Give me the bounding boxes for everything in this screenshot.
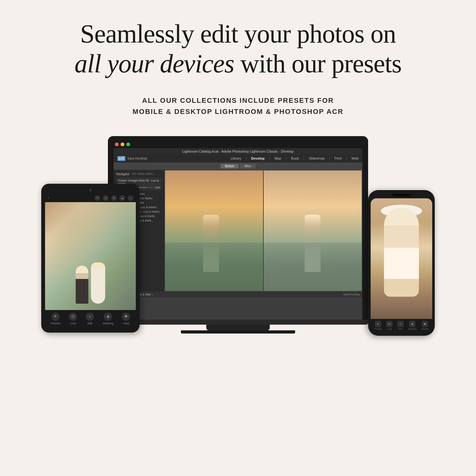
tablet-icons: ☀ ◎ ⊕ ☁ … bbox=[95, 195, 133, 201]
lr-amount-value: 100 bbox=[155, 186, 160, 189]
tablet-edit-label: Edit bbox=[88, 322, 93, 325]
laptop-title-bar: Lightroom Catalog.lrcat - Adobe Photosho… bbox=[114, 148, 362, 155]
phone-crop-label: Crop bbox=[387, 328, 392, 330]
tablet-masking-label: Masking bbox=[103, 322, 114, 325]
tablet-groom bbox=[76, 266, 89, 304]
tablet-tool-crop[interactable]: ⊡ Crop bbox=[69, 313, 77, 325]
lr-header: LrC Sara Houlihan Library | Develop | Ma… bbox=[114, 155, 362, 162]
phone-subject bbox=[384, 208, 419, 297]
lr-navigator-sizes: FIT 100% 200% ↕ bbox=[132, 172, 155, 175]
tablet-heal-label: Heal bbox=[123, 322, 129, 325]
phone-tool-presets[interactable]: ☀ Presets bbox=[374, 321, 382, 330]
lr-photo-bg-before bbox=[165, 170, 263, 291]
phone-tool-crop[interactable]: ⊡ Crop bbox=[386, 321, 393, 330]
phone-body: ☀ Presets ⊡ Crop ≡ Edit ◈ Masking bbox=[368, 190, 435, 336]
phone: ☀ Presets ⊡ Crop ≡ Edit ◈ Masking bbox=[368, 190, 435, 336]
headline-italic: all your devices bbox=[75, 49, 234, 78]
phone-bottom-toolbar: ☀ Presets ⊡ Crop ≡ Edit ◈ Masking bbox=[371, 319, 432, 332]
lr-navigator-label: Navigator bbox=[116, 172, 130, 176]
phone-masking-icon: ◈ bbox=[409, 321, 415, 327]
tablet-masking-icon: ◈ bbox=[104, 313, 112, 321]
phone-notch bbox=[392, 194, 411, 196]
tablet-tool-edit[interactable]: ≡ Edit bbox=[86, 313, 94, 325]
phone-tool-edit[interactable]: ≡ Edit bbox=[397, 321, 404, 330]
tablet-bottom-toolbar: ☀ Presets ⊡ Crop ≡ Edit ◈ Masking bbox=[45, 310, 136, 327]
tablet-crop-label: Crop bbox=[70, 322, 76, 325]
lr-nav-develop[interactable]: Develop bbox=[251, 156, 265, 160]
headline-normal: with our presets bbox=[234, 49, 401, 78]
subheadline-line2: MOBILE & DESKTOP LIGHTROOM & PHOTOSHOP A… bbox=[133, 106, 344, 117]
tablet-top-bar: ‹ ☀ ◎ ⊕ ☁ … bbox=[45, 194, 136, 202]
tablet-body: ‹ ☀ ◎ ⊕ ☁ … bbox=[41, 184, 140, 333]
lr-nav-book[interactable]: Book bbox=[291, 156, 299, 160]
phone-masking-label: Masking bbox=[408, 328, 416, 330]
lr-nav-library[interactable]: Library bbox=[231, 156, 241, 160]
devices-container: Lightroom Catalog.lrcat - Adobe Photosho… bbox=[48, 136, 428, 406]
phone-photo bbox=[371, 198, 432, 319]
laptop-foot bbox=[181, 330, 295, 334]
lr-nav-map[interactable]: Map bbox=[274, 156, 281, 160]
lr-nav[interactable]: Library | Develop | Map | Book | Slidesh… bbox=[231, 156, 359, 160]
lr-after-btn[interactable]: After bbox=[240, 164, 255, 169]
tablet-screen: ‹ ☀ ◎ ⊕ ☁ … bbox=[45, 194, 136, 327]
lr-nav-web[interactable]: Web bbox=[352, 156, 359, 160]
subheadline: ALL OUR COLLECTIONS INCLUDE PRESETS FOR … bbox=[133, 95, 344, 117]
tablet-photo bbox=[45, 202, 136, 310]
phone-crop-icon: ⊡ bbox=[386, 321, 393, 327]
dot-yellow bbox=[121, 142, 124, 146]
tablet-camera bbox=[89, 189, 92, 191]
phone-healing-label: Healing bbox=[421, 328, 429, 330]
tablet-icon-1[interactable]: ☀ bbox=[95, 195, 100, 201]
tablet-presets-icon: ☀ bbox=[51, 313, 60, 321]
phone-presets-label: Presets bbox=[374, 328, 382, 330]
tablet-tool-masking[interactable]: ◈ Masking bbox=[103, 313, 114, 325]
dot-red bbox=[115, 142, 119, 146]
headline-line1: Seamlessly edit your photos on bbox=[75, 19, 401, 49]
lr-user: Sara Houlihan bbox=[127, 157, 147, 160]
tablet-tool-heal[interactable]: ✚ Heal bbox=[122, 313, 130, 325]
tablet: ‹ ☀ ◎ ⊕ ☁ … bbox=[41, 184, 140, 333]
tablet-edit-icon: ≡ bbox=[86, 313, 94, 321]
lr-main-content: Navigator FIT 100% 200% ↕ Preset: Vintag… bbox=[114, 170, 362, 292]
lr-photo-before bbox=[165, 170, 263, 291]
phone-healing-icon: ✚ bbox=[422, 321, 428, 327]
tablet-presets-label: Presets bbox=[51, 322, 61, 325]
lr-before-after: Before After bbox=[114, 162, 362, 170]
tablet-icon-5[interactable]: … bbox=[128, 195, 133, 201]
phone-screen: ☀ Presets ⊡ Crop ≡ Edit ◈ Masking bbox=[371, 198, 432, 332]
laptop-base bbox=[108, 320, 368, 325]
laptop-stand bbox=[206, 325, 270, 330]
headline-section: Seamlessly edit your photos on all your … bbox=[49, 19, 427, 79]
dot-green bbox=[126, 142, 130, 146]
tablet-crop-icon: ⊡ bbox=[69, 313, 77, 321]
lr-logo: LrC bbox=[117, 156, 125, 161]
lr-before-btn[interactable]: Before bbox=[221, 164, 239, 169]
lr-photos-area bbox=[164, 170, 362, 292]
tablet-back-arrow[interactable]: ‹ bbox=[48, 195, 49, 201]
lr-navigator: Navigator FIT 100% 200% ↕ bbox=[116, 172, 162, 176]
lr-soft-proof[interactable]: Soft Proofing bbox=[343, 293, 360, 296]
lightroom-ui: LrC Sara Houlihan Library | Develop | Ma… bbox=[114, 155, 362, 320]
phone-tool-healing[interactable]: ✚ Healing bbox=[421, 321, 429, 330]
lr-photo-after bbox=[264, 170, 362, 291]
tablet-icon-3[interactable]: ⊕ bbox=[111, 195, 117, 201]
tablet-tool-presets[interactable]: ☀ Presets bbox=[51, 313, 61, 325]
headline-line2: all your devices with our presets bbox=[75, 49, 401, 79]
lr-figure-before bbox=[203, 215, 219, 272]
tablet-icon-4[interactable]: ☁ bbox=[119, 195, 125, 201]
traffic-lights bbox=[114, 142, 362, 146]
tablet-icon-2[interactable]: ◎ bbox=[103, 195, 109, 201]
lr-nav-slideshow[interactable]: Slideshow bbox=[309, 156, 325, 160]
phone-edit-label: Edit bbox=[399, 328, 402, 330]
lr-bottom-bar: Before & After ↓ Soft Proofing bbox=[114, 292, 362, 297]
lr-title: Lightroom Catalog.lrcat - Adobe Photosho… bbox=[182, 149, 294, 153]
tablet-heal-icon: ✚ bbox=[122, 313, 130, 321]
tablet-bride bbox=[91, 262, 105, 304]
lr-logo-area: LrC Sara Houlihan bbox=[117, 156, 148, 161]
phone-edit-icon: ≡ bbox=[397, 321, 404, 327]
headline-text-1: Seamlessly edit your photos on bbox=[80, 19, 396, 48]
tablet-wedding-figures bbox=[76, 262, 105, 304]
laptop-screen-outer: Lightroom Catalog.lrcat - Adobe Photosho… bbox=[108, 136, 368, 320]
lr-nav-print[interactable]: Print bbox=[334, 156, 342, 160]
phone-tool-masking[interactable]: ◈ Masking bbox=[408, 321, 416, 330]
